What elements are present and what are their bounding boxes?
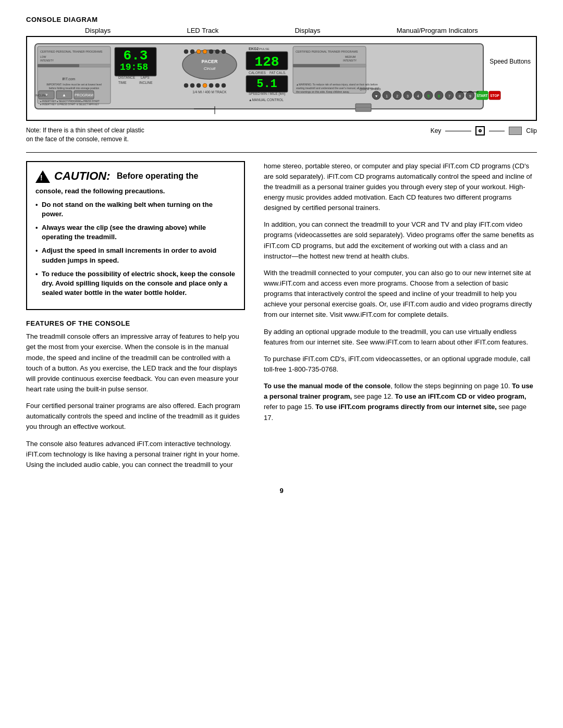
console-diagram-box: CERTIFIED PERSONAL TRAINER PROGRAMS LOW …: [26, 36, 537, 121]
speed-buttons-arrow: [458, 92, 479, 92]
svg-text:CERTIFIED PERSONAL TRAINER PRO: CERTIFIED PERSONAL TRAINER PROGRAMS: [296, 50, 358, 53]
svg-text:IMPORTANT: Incline must be set: IMPORTANT: Incline must be set at lowest…: [46, 83, 102, 86]
label-manual-program: Manual/Program Indicators: [397, 27, 478, 34]
console-diagram-wrapper: Displays LED Track Displays Manual/Progr…: [26, 27, 537, 144]
right-para-2: In addition, you can connect the treadmi…: [264, 219, 537, 262]
svg-rect-61: [293, 64, 340, 67]
caution-subtitle-inline: Before operating the: [115, 169, 199, 181]
caution-item-3: Adjust the speed in small increments in …: [35, 246, 236, 265]
svg-text:8: 8: [459, 94, 461, 98]
svg-text:MEDIUM: MEDIUM: [345, 55, 356, 58]
caution-item-4: To reduce the possibility of electric sh…: [35, 269, 236, 298]
features-para-1: The treadmill console offers an impressi…: [26, 331, 245, 394]
svg-text:SPEED: SPEED: [249, 92, 260, 95]
diagram-bottom-annotations: Note: If there is a thin sheet of clear …: [26, 126, 537, 144]
right-para-5: To purchase iFIT.com CD's, iFIT.com vide…: [264, 354, 537, 375]
label-led-track: LED Track: [187, 27, 218, 34]
caution-list: Do not stand on the walking belt when tu…: [35, 200, 236, 298]
svg-text:QUICK SPEED: QUICK SPEED: [359, 88, 381, 91]
svg-point-37: [184, 83, 188, 88]
label-displays-1: Displays: [85, 27, 111, 34]
svg-point-35: [215, 50, 219, 54]
key-label: Key: [431, 127, 442, 134]
svg-text:PROGRAM: PROGRAM: [75, 93, 93, 97]
svg-text:INTENSITY: INTENSITY: [40, 59, 54, 62]
section-divider: [26, 152, 537, 153]
svg-text:DISTANCE: DISTANCE: [118, 76, 136, 79]
label-displays-2: Displays: [295, 27, 320, 34]
svg-text:PULSE: PULSE: [259, 47, 270, 51]
svg-text:EKG2: EKG2: [249, 47, 259, 51]
features-para-3: The console also features advanced iFIT.…: [26, 439, 245, 470]
console-diagram-title: CONSOLE DIAGRAM: [26, 16, 537, 23]
svg-point-42: [215, 83, 219, 88]
speed-buttons-label: Speed Buttons: [489, 58, 531, 65]
svg-text:INTENSITY: INTENSITY: [343, 59, 357, 62]
svg-point-41: [209, 83, 213, 88]
svg-text:CALORIES: CALORIES: [249, 71, 266, 75]
svg-text:● INSERT KEY ● SELECT PROGRAM : ● INSERT KEY ● SELECT PROGRAM ● PRESS ST…: [40, 100, 100, 103]
svg-text:FAT CALS.: FAT CALS.: [270, 71, 286, 75]
svg-text:6: 6: [438, 94, 440, 98]
features-para-2: Four certified personal trainer programs…: [26, 401, 245, 432]
console-svg: CERTIFIED PERSONAL TRAINER PROGRAMS LOW …: [32, 41, 522, 114]
note-text: Note: If there is a thin sheet of clear …: [26, 127, 144, 143]
svg-point-38: [190, 83, 194, 88]
page-number: 9: [26, 487, 537, 495]
svg-text:5.1: 5.1: [256, 78, 277, 91]
svg-point-36: [222, 50, 226, 54]
svg-text:CERTIFIED PERSONAL TRAINER PRO: CERTIFIED PERSONAL TRAINER PROGRAMS: [40, 50, 103, 53]
svg-text:5: 5: [427, 94, 430, 98]
svg-text:4: 4: [417, 94, 419, 98]
svg-text:the warnings on this side. Kee: the warnings on this side. Keep children…: [296, 90, 349, 93]
svg-text:Circuit: Circuit: [204, 66, 216, 71]
svg-rect-92: [356, 104, 371, 112]
svg-text:2: 2: [396, 94, 398, 98]
svg-text:3: 3: [407, 94, 409, 98]
svg-point-33: [203, 50, 207, 54]
svg-rect-6: [38, 64, 79, 67]
svg-text:9: 9: [469, 94, 471, 98]
right-column: home stereo, portable stereo, or compute…: [264, 161, 537, 476]
svg-text:INCLINE: INCLINE: [35, 94, 47, 97]
clip-arrow-line: [489, 131, 505, 131]
svg-text:▲WARNING: To reduce risk of se: ▲WARNING: To reduce risk of serious inju…: [296, 83, 378, 86]
svg-text:▲: ▲: [62, 93, 66, 97]
svg-point-32: [197, 50, 201, 54]
right-para-final: To use the manual mode of the console, f…: [264, 381, 537, 423]
svg-text:6.3: 6.3: [124, 48, 148, 64]
caution-item-1: Do not stand on the walking belt when tu…: [35, 200, 236, 219]
svg-point-34: [209, 50, 213, 54]
caution-box: CAUTION: Before operating the console, r…: [26, 161, 245, 311]
caution-triangle-icon: [35, 170, 50, 183]
clip-icon: [509, 127, 522, 135]
svg-point-40: [203, 83, 207, 88]
svg-text:FIT.com: FIT.com: [63, 77, 76, 81]
right-para-3: With the treadmill connected to your com…: [264, 268, 537, 320]
svg-text:128: 128: [255, 54, 279, 70]
right-para-1: home stereo, portable stereo, or compute…: [264, 161, 537, 214]
svg-text:1: 1: [386, 94, 388, 98]
key-clip-annotation: Key Clip: [431, 126, 537, 135]
svg-point-31: [190, 50, 194, 54]
svg-text:TIME: TIME: [118, 81, 127, 84]
svg-text:PACER: PACER: [202, 59, 218, 64]
svg-text:▲MANUAL CONTROL: ▲MANUAL CONTROL: [249, 98, 284, 102]
svg-text:● INSERT KEY ② PRESS START ③ S: ● INSERT KEY ② PRESS START ③ SELECT MPH …: [40, 103, 99, 106]
svg-text:19:58: 19:58: [120, 62, 148, 72]
svg-text:STOP: STOP: [490, 94, 499, 97]
svg-text:before folding treadmill into : before folding treadmill into storage po…: [49, 87, 100, 90]
svg-point-27: [182, 50, 237, 79]
caution-title: CAUTION:: [54, 169, 111, 183]
main-content: CAUTION: Before operating the console, r…: [26, 161, 537, 476]
svg-text:7: 7: [448, 94, 450, 98]
clip-label: Clip: [526, 127, 537, 134]
svg-text:LOW: LOW: [40, 55, 46, 58]
svg-text:LAPS: LAPS: [141, 76, 150, 79]
features-title: FEATURES OF THE CONSOLE: [26, 319, 245, 327]
svg-point-30: [184, 50, 188, 54]
svg-text:1/4 MI / 400 M TRACK: 1/4 MI / 400 M TRACK: [192, 90, 227, 94]
key-hole-icon: [479, 129, 482, 132]
svg-text:INCLINE: INCLINE: [139, 81, 153, 84]
caution-header: CAUTION: Before operating the: [35, 169, 236, 183]
